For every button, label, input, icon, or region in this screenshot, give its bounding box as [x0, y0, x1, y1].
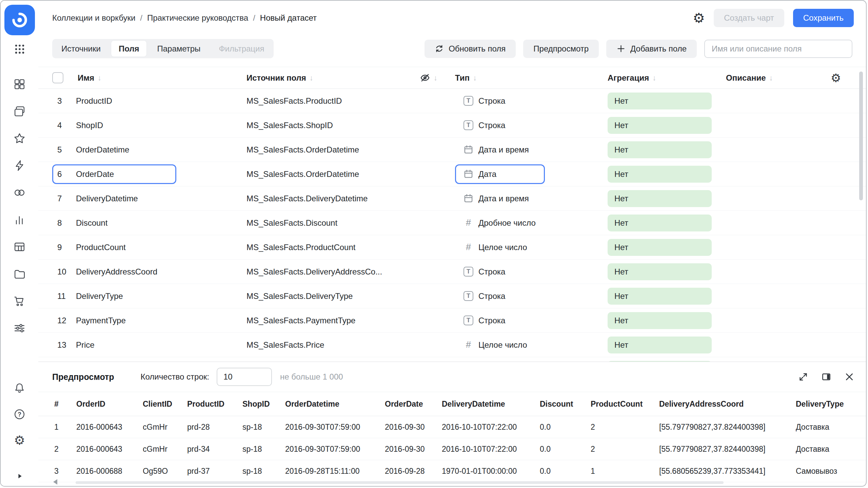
field-name-cell[interactable]: 10DeliveryAddressCoord [52, 262, 176, 282]
field-row[interactable]: 7DeliveryDatetimeMS_SalesFacts.DeliveryD… [38, 186, 866, 211]
connections-icon[interactable] [13, 159, 26, 172]
tab-filtering[interactable]: Фильтрация [210, 39, 273, 58]
preview-cell: [55.797790827,37.824400398] [659, 423, 796, 432]
field-row[interactable]: 8DiscountMS_SalesFacts.Discount#Дробное … [38, 211, 866, 235]
aggregation-badge[interactable]: Нет [608, 166, 712, 183]
column-header-name[interactable]: Имя [78, 73, 94, 83]
tab-parameters[interactable]: Параметры [148, 39, 210, 58]
sort-arrow-icon[interactable]: ↓ [98, 74, 101, 82]
field-name-cell[interactable]: 8Discount [52, 213, 176, 233]
column-header-aggregation[interactable]: Агрегация [608, 73, 649, 83]
field-row[interactable]: 5OrderDatetimeMS_SalesFacts.OrderDatetim… [38, 138, 866, 162]
field-type-cell[interactable]: TСтрока [455, 311, 545, 330]
row-count-input[interactable] [217, 368, 272, 386]
field-type-cell[interactable]: TСтрока [455, 116, 545, 135]
side-panel-icon[interactable] [821, 372, 831, 382]
sort-arrow-icon[interactable]: ↓ [652, 74, 656, 82]
sort-arrow-icon[interactable]: ↓ [473, 74, 477, 82]
sort-arrow-icon[interactable]: ↓ [769, 74, 773, 82]
collections-icon[interactable] [13, 105, 26, 118]
sidebar-expand-icon[interactable] [15, 472, 24, 481]
aggregation-badge[interactable]: Нет [608, 141, 712, 158]
aggregation-badge[interactable]: Нет [608, 215, 712, 231]
tab-sources[interactable]: Источники [52, 39, 110, 58]
number-type-icon: # [463, 218, 473, 228]
field-name-cell[interactable]: 12PaymentType [52, 311, 176, 330]
field-type-cell[interactable]: #Целое число [455, 238, 545, 257]
field-source: MS_SalesFacts.ProductID [246, 96, 455, 106]
aggregation-badge[interactable]: Нет [608, 263, 712, 280]
horizontal-scrollbar[interactable] [76, 481, 724, 484]
field-row[interactable]: Нет [38, 357, 866, 362]
field-row[interactable]: 12PaymentTypeMS_SalesFacts.PaymentTypeTС… [38, 308, 866, 333]
breadcrumb-collections[interactable]: Коллекции и воркбуки [52, 13, 135, 23]
field-type-cell[interactable]: #Дробное число [455, 213, 545, 233]
field-name-cell[interactable]: 5OrderDatetime [52, 140, 176, 160]
sort-arrow-icon[interactable]: ↓ [434, 74, 437, 82]
marketplace-cart-icon[interactable] [13, 295, 26, 307]
folder-icon[interactable] [13, 268, 26, 280]
apps-grid-icon[interactable] [14, 43, 25, 56]
vertical-scrollbar[interactable] [859, 72, 863, 200]
aggregation-badge[interactable]: Нет [608, 190, 712, 207]
favorites-icon[interactable] [13, 132, 26, 145]
dashboard-icon[interactable] [13, 78, 26, 90]
field-name-cell[interactable]: 11DeliveryType [52, 286, 176, 306]
settings-gear-icon[interactable]: ⚙ [14, 434, 25, 447]
refresh-fields-button[interactable]: Обновить поля [425, 40, 516, 58]
field-type-cell[interactable]: TСтрока [455, 91, 545, 111]
field-name-cell[interactable]: 4ShopID [52, 116, 176, 135]
field-name-cell[interactable]: 7DeliveryDatetime [52, 189, 176, 208]
field-search-input[interactable] [704, 40, 852, 58]
charts-icon[interactable] [13, 214, 26, 226]
breadcrumb-workbook[interactable]: Практические руководства [147, 13, 248, 23]
save-button[interactable]: Сохранить [793, 9, 854, 27]
field-row[interactable]: 11DeliveryTypeMS_SalesFacts.DeliveryType… [38, 284, 866, 308]
field-name-cell[interactable]: 3ProductID [52, 91, 176, 111]
field-row[interactable]: 6OrderDateMS_SalesFacts.OrderDatetimeДат… [38, 162, 866, 186]
services-sliders-icon[interactable] [13, 322, 26, 334]
table-settings-gear-icon[interactable]: ⚙ [831, 71, 841, 85]
tables-icon[interactable] [13, 241, 26, 253]
field-row[interactable]: 9ProductCountMS_SalesFacts.ProductCount#… [38, 235, 866, 260]
datasets-icon[interactable] [13, 186, 26, 199]
dataset-settings-gear-icon[interactable]: ⚙ [693, 11, 705, 25]
field-type-label: Строка [478, 291, 505, 301]
field-name-cell[interactable]: 13Price [52, 335, 176, 355]
hscroll-left-arrow-icon[interactable] [53, 479, 57, 485]
aggregation-badge[interactable]: Нет [608, 117, 712, 134]
field-row[interactable]: 4ShopIDMS_SalesFacts.ShopIDTСтрокаНет [38, 113, 866, 138]
field-row[interactable]: 13PriceMS_SalesFacts.Price#Целое числоНе… [38, 333, 866, 357]
sort-arrow-icon[interactable]: ↓ [310, 74, 313, 82]
select-all-checkbox[interactable] [52, 72, 63, 83]
aggregation-badge[interactable]: Нет [608, 312, 712, 329]
field-type-cell[interactable]: Дата и время [455, 189, 545, 208]
aggregation-badge[interactable]: Нет [608, 93, 712, 109]
field-type-cell[interactable]: Дата и время [455, 140, 545, 160]
aggregation-badge[interactable]: Нет [608, 239, 712, 256]
preview-button[interactable]: Предпросмотр [523, 40, 599, 58]
add-field-button[interactable]: Добавить поле [606, 40, 697, 58]
field-name-cell[interactable]: 9ProductCount [52, 238, 176, 257]
field-row[interactable]: 3ProductIDMS_SalesFacts.ProductIDTСтрока… [38, 89, 866, 113]
field-type-cell[interactable]: TСтрока [455, 262, 545, 282]
field-type-cell[interactable]: TСтрока [455, 286, 545, 306]
field-type-cell[interactable]: Дата [455, 164, 545, 184]
field-name-cell[interactable]: 6OrderDate [52, 164, 176, 184]
field-type-cell[interactable]: #Целое число [455, 335, 545, 355]
aggregation-badge[interactable]: Нет [608, 337, 712, 353]
help-icon[interactable]: ? [13, 408, 26, 421]
tab-fields[interactable]: Поля [111, 41, 147, 57]
datalens-logo-icon[interactable] [4, 5, 35, 35]
column-header-source[interactable]: Источник поля [246, 73, 306, 83]
column-header-description[interactable]: Описание [726, 73, 766, 83]
create-chart-button[interactable]: Создать чарт [714, 9, 784, 27]
close-icon[interactable] [844, 372, 854, 382]
field-row[interactable]: 10DeliveryAddressCoordMS_SalesFacts.Deli… [38, 260, 866, 284]
aggregation-badge[interactable]: Нет [608, 288, 712, 305]
column-header-type[interactable]: Тип [455, 73, 470, 83]
field-row-number: 4 [57, 121, 76, 130]
fullscreen-expand-icon[interactable] [798, 372, 808, 382]
hidden-eye-off-icon[interactable] [420, 73, 430, 83]
notifications-bell-icon[interactable] [13, 382, 26, 394]
